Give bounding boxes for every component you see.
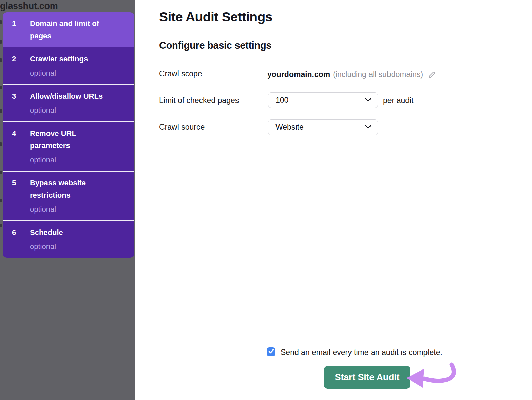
step-optional-label: optional [30, 154, 130, 166]
wizard-steps-sidebar: 1 Domain and limit of pages 2 Crawler se… [3, 12, 134, 258]
crawl-source-select[interactable]: Website [268, 119, 378, 135]
crawl-source-select-value: Website [276, 123, 304, 132]
step-number: 5 [12, 177, 30, 216]
background-remnant [0, 20, 2, 24]
step-title: Allow/disallow URLs [30, 90, 113, 102]
crawl-source-label: Crawl source [159, 123, 205, 132]
background-remnant [0, 40, 2, 44]
checkmark-icon [268, 349, 274, 355]
step-schedule[interactable]: 6 Schedule optional [3, 220, 134, 258]
limit-select-value: 100 [276, 96, 288, 105]
background-remnant [0, 199, 2, 202]
step-remove-url-parameters[interactable]: 4 Remove URL parameters optional [3, 121, 134, 171]
start-site-audit-button[interactable]: Start Site Audit [324, 366, 410, 389]
crawl-scope-value: yourdomain.com (including all subdomains… [267, 69, 437, 79]
start-site-audit-button-label: Start Site Audit [335, 372, 400, 383]
email-checkbox-label: Send an email every time an audit is com… [281, 348, 442, 357]
per-audit-suffix: per audit [383, 96, 414, 105]
crawl-scope-label: Crawl scope [159, 69, 202, 78]
step-title: Remove URL parameters [30, 127, 113, 152]
pencil-icon[interactable] [427, 69, 437, 79]
chevron-down-icon [365, 124, 372, 131]
background-remnant [0, 171, 2, 174]
step-number: 2 [12, 53, 30, 79]
step-title: Domain and limit of pages [30, 18, 113, 42]
background-remnant [0, 86, 2, 89]
step-number: 4 [12, 127, 30, 166]
background-remnant [0, 142, 2, 146]
crawl-scope-note: (including all subdomains) [333, 70, 423, 79]
background-remnant [0, 58, 2, 62]
step-number: 6 [12, 226, 30, 253]
limit-of-checked-pages-label: Limit of checked pages [159, 96, 239, 105]
step-optional-label: optional [30, 203, 130, 216]
limit-select[interactable]: 100 [268, 92, 378, 108]
step-title: Crawler settings [30, 53, 113, 65]
step-number: 1 [12, 18, 30, 42]
step-optional-label: optional [30, 67, 130, 79]
background-remnant [0, 224, 2, 227]
step-domain-and-limit[interactable]: 1 Domain and limit of pages [3, 12, 134, 47]
step-title: Bypass website restrictions [30, 177, 113, 201]
step-allow-disallow-urls[interactable]: 3 Allow/disallow URLs optional [3, 84, 134, 121]
background-remnant [0, 109, 2, 113]
background-domain-text: glasshut.com [0, 1, 58, 12]
step-title: Schedule [30, 226, 113, 239]
section-title: Configure basic settings [159, 40, 271, 51]
email-checkbox[interactable] [267, 347, 276, 356]
annotation-arrow-icon [404, 362, 458, 396]
step-crawler-settings[interactable]: 2 Crawler settings optional [3, 47, 134, 84]
step-optional-label: optional [30, 241, 130, 253]
step-bypass-website-restrictions[interactable]: 5 Bypass website restrictions optional [3, 171, 134, 220]
step-number: 3 [12, 90, 30, 117]
site-audit-settings-pane: Site Audit Settings Configure basic sett… [135, 0, 532, 400]
crawl-scope-domain: yourdomain.com [267, 70, 330, 79]
step-optional-label: optional [30, 104, 130, 117]
chevron-down-icon [365, 97, 372, 103]
page-title: Site Audit Settings [159, 9, 272, 24]
